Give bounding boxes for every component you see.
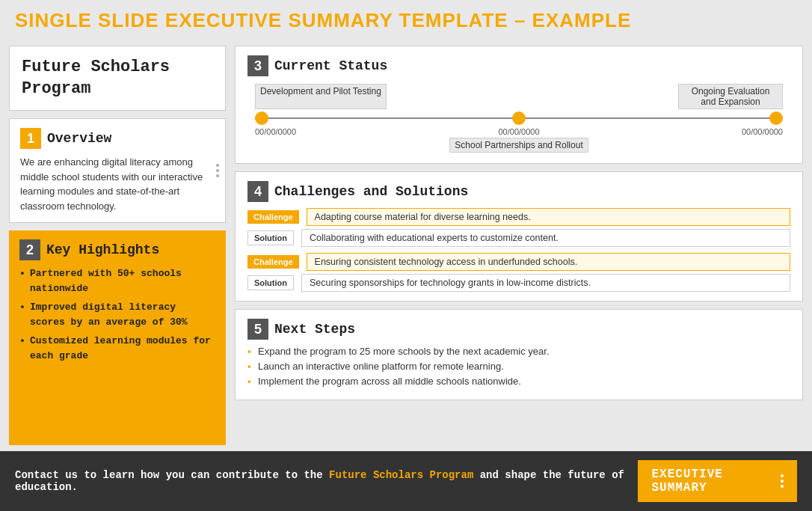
challenge-text-2: Ensuring consistent technology access in… bbox=[307, 253, 790, 271]
footer-highlight: Future Scholars Program bbox=[329, 469, 473, 481]
timeline: Development and Pilot Testing Ongoing Ev… bbox=[247, 84, 790, 153]
timeline-dot-1 bbox=[255, 111, 268, 125]
timeline-date-1: 00/00/0000 bbox=[255, 127, 296, 153]
status-header: 3 Current Status bbox=[247, 55, 790, 76]
challenge-row-2: Challenge Ensuring consistent technology… bbox=[247, 253, 790, 271]
solution-text-1: Collaborating with educational experts t… bbox=[301, 229, 790, 247]
main-container: SINGLE SLIDE EXECUTIVE SUMMARY TEMPLATE … bbox=[0, 0, 812, 511]
section5-title: Next Steps bbox=[274, 322, 355, 337]
left-column: Future ScholarsProgram 1 Overview We are… bbox=[9, 46, 226, 445]
section2-title: Key Highlights bbox=[46, 242, 159, 257]
challenge-group-2: Challenge Ensuring consistent technology… bbox=[247, 253, 790, 292]
solution-badge-1: Solution bbox=[247, 230, 294, 245]
footer-badge: EXECUTIVE SUMMARY bbox=[638, 460, 797, 502]
highlights-list: Partnered with 50+ schools nationwide Im… bbox=[19, 266, 215, 363]
timeline-date-2: 00/00/0000 bbox=[498, 127, 539, 136]
challenges-header: 4 Challenges and Solutions bbox=[247, 181, 790, 202]
section2-number: 2 bbox=[19, 239, 40, 260]
solution-row-1: Solution Collaborating with educational … bbox=[247, 229, 790, 247]
challenges-section: 4 Challenges and Solutions Challenge Ada… bbox=[235, 171, 803, 302]
next-step-1: Expand the program to 25 more schools by… bbox=[247, 346, 790, 357]
footer-text-before: Contact us to learn how you can contribu… bbox=[15, 469, 329, 481]
timeline-labels-bottom: 00/00/0000 00/00/0000 School Partnership… bbox=[255, 127, 783, 153]
timeline-dots-row bbox=[255, 111, 783, 125]
challenge-badge-2: Challenge bbox=[247, 255, 299, 269]
program-title: Future ScholarsProgram bbox=[22, 57, 213, 100]
section1-number: 1 bbox=[20, 128, 41, 149]
next-steps-list: Expand the program to 25 more schools by… bbox=[247, 346, 790, 387]
challenge-row-1: Challenge Adapting course material for d… bbox=[247, 208, 790, 226]
challenge-badge-1: Challenge bbox=[247, 210, 299, 224]
section1-title: Overview bbox=[47, 131, 111, 146]
timeline-track bbox=[255, 112, 783, 124]
solution-row-2: Solution Securing sponsorships for techn… bbox=[247, 274, 790, 292]
footer-text: Contact us to learn how you can contribu… bbox=[15, 469, 638, 493]
timeline-labels-top: Development and Pilot Testing Ongoing Ev… bbox=[255, 84, 783, 109]
timeline-label-1: Development and Pilot Testing bbox=[255, 84, 387, 109]
section4-title: Challenges and Solutions bbox=[274, 184, 468, 199]
dots-icon bbox=[216, 164, 219, 177]
timeline-date-3: 00/00/0000 bbox=[742, 127, 783, 153]
next-steps-header: 5 Next Steps bbox=[247, 319, 790, 340]
solution-badge-2: Solution bbox=[247, 275, 294, 290]
footer-badge-dots-icon bbox=[781, 474, 784, 488]
next-step-3: Implement the program across all middle … bbox=[247, 376, 790, 387]
section5-number: 5 bbox=[247, 319, 268, 340]
highlight-item-3: Customized learning modules for each gra… bbox=[19, 334, 215, 363]
section4-number: 4 bbox=[247, 181, 268, 202]
footer: Contact us to learn how you can contribu… bbox=[0, 451, 812, 511]
highlight-item-1: Partnered with 50+ schools nationwide bbox=[19, 266, 215, 296]
highlights-section: 2 Key Highlights Partnered with 50+ scho… bbox=[9, 230, 226, 445]
timeline-label-2: Ongoing Evaluation and Expansion bbox=[678, 84, 783, 109]
next-step-2: Launch an interactive online platform fo… bbox=[247, 361, 790, 372]
highlight-item-2: Improved digital literacy scores by an a… bbox=[19, 300, 215, 329]
overview-header: 1 Overview bbox=[20, 128, 215, 149]
challenge-text-1: Adapting course material for diverse lea… bbox=[307, 208, 790, 226]
right-column: 3 Current Status Development and Pilot T… bbox=[235, 46, 803, 445]
highlights-header: 2 Key Highlights bbox=[19, 239, 215, 260]
timeline-dot-3 bbox=[769, 111, 783, 125]
header: SINGLE SLIDE EXECUTIVE SUMMARY TEMPLATE … bbox=[0, 0, 812, 40]
footer-badge-label: EXECUTIVE SUMMARY bbox=[651, 468, 775, 495]
next-steps-section: 5 Next Steps Expand the program to 25 mo… bbox=[235, 309, 803, 400]
overview-text: We are enhancing digital literacy among … bbox=[20, 155, 215, 213]
section3-number: 3 bbox=[247, 55, 268, 76]
timeline-dot-2 bbox=[512, 111, 526, 125]
program-title-box: Future ScholarsProgram bbox=[9, 46, 226, 111]
challenge-group-1: Challenge Adapting course material for d… bbox=[247, 208, 790, 247]
section3-title: Current Status bbox=[274, 58, 387, 73]
status-section: 3 Current Status Development and Pilot T… bbox=[235, 46, 803, 164]
overview-section: 1 Overview We are enhancing digital lite… bbox=[9, 118, 226, 223]
timeline-label-bottom-mid: School Partnerships and Rollout bbox=[449, 138, 588, 153]
solution-text-2: Securing sponsorships for technology gra… bbox=[301, 274, 790, 292]
header-title: SINGLE SLIDE EXECUTIVE SUMMARY TEMPLATE … bbox=[15, 9, 797, 32]
content-area: Future ScholarsProgram 1 Overview We are… bbox=[0, 40, 812, 445]
